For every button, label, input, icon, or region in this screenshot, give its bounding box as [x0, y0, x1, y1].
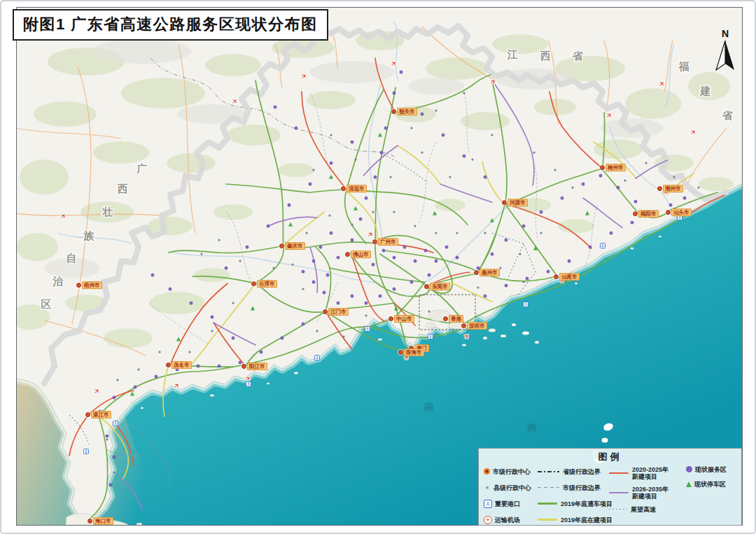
port-icon: ⚓	[484, 500, 492, 508]
service-area-icon	[109, 484, 112, 486]
legend-line-dashdot	[538, 471, 559, 472]
province-label-char: 广	[136, 162, 148, 174]
service-area-icon	[134, 386, 136, 388]
service-area-icon	[393, 256, 396, 259]
port-icon: ⚓	[113, 421, 118, 426]
service-area-icon	[599, 174, 602, 177]
service-area-icon	[463, 155, 465, 157]
legend-item: ⚓重要港口	[484, 496, 531, 512]
service-area-icon	[113, 456, 115, 458]
svg-text:⚓: ⚓	[315, 356, 318, 360]
legend-item-label: 2020-2025年新建项目	[632, 466, 673, 480]
service-area-icon	[288, 204, 290, 206]
islet	[136, 523, 142, 526]
service-area-icon	[384, 127, 387, 129]
sea-label-char: 南	[424, 401, 434, 412]
service-area-icon	[155, 375, 158, 378]
service-area-icon	[302, 323, 304, 325]
province-label-char: 壮	[102, 206, 113, 218]
service-area-icon	[351, 295, 354, 297]
service-area-icon	[99, 410, 102, 413]
service-area-icon	[359, 218, 362, 220]
city-center-icon	[484, 468, 490, 475]
legend-item: 2019年底在建项目	[538, 512, 612, 528]
province-label-char: 江	[507, 48, 518, 60]
service-area-icon	[379, 295, 382, 297]
service-area-icon	[295, 127, 298, 129]
service-area-icon	[403, 246, 406, 248]
legend-item-label: 重要港口	[495, 500, 520, 507]
service-area-icon	[302, 270, 304, 273]
legend-line-purple	[609, 492, 629, 493]
legend-item-label: 市级行政边界	[563, 484, 601, 491]
service-area-icon	[113, 396, 115, 399]
legend-item: 现状停车区	[686, 477, 727, 491]
service-area-icon	[351, 141, 354, 143]
service-area-icon	[400, 71, 402, 73]
service-area-icon	[380, 151, 383, 154]
svg-text:⚓: ⚓	[601, 244, 604, 248]
service-area-icon	[582, 183, 584, 185]
province-label-char: 省	[722, 109, 734, 121]
legend-item-label: 2019年底在建项目	[561, 517, 612, 524]
service-area-icon	[267, 225, 270, 227]
legend-line-dotted	[609, 509, 627, 510]
port-icon: ⚓	[678, 216, 682, 220]
service-area-icon	[526, 277, 528, 280]
service-area-icon	[197, 365, 200, 367]
service-area-icon	[372, 263, 374, 266]
legend-item: ✶县级行政中心	[484, 479, 531, 496]
port-icon: ⚓	[524, 302, 528, 307]
service-area-icon	[634, 200, 637, 203]
county-center-icon: ✶	[484, 484, 491, 491]
legend-item-label: 运输机场	[495, 517, 520, 524]
province-label-char: 西	[118, 183, 128, 195]
service-area-icon	[424, 249, 427, 252]
service-area-icon	[547, 270, 550, 273]
service-area-icon	[484, 295, 486, 297]
legend-item: 市级行政中心	[484, 463, 531, 479]
svg-text:⚓: ⚓	[365, 327, 369, 331]
service-area-icon	[106, 435, 108, 437]
service-area-icon	[686, 466, 692, 472]
service-area-icon	[393, 92, 396, 94]
service-area-icon	[683, 197, 686, 199]
province-label-char: 建	[699, 85, 711, 97]
service-area-icon	[374, 176, 377, 178]
airport-icon: ✈	[484, 516, 492, 524]
sea-label-char: 海	[526, 422, 537, 433]
service-area-icon	[456, 256, 458, 259]
legend-column-new-projects: 2020-2025年新建项目2026-2035年新建项目展望高速	[609, 463, 673, 516]
legend-item-label: 展望高速	[631, 506, 671, 513]
province-label-char: 区	[41, 298, 52, 310]
service-area-icon	[218, 365, 220, 367]
svg-text:⚓: ⚓	[678, 216, 681, 220]
service-area-icon	[239, 361, 241, 364]
province-label-char: 福	[678, 60, 690, 72]
service-area-icon	[351, 239, 354, 241]
service-area-icon	[211, 316, 214, 318]
service-area-icon	[631, 221, 634, 224]
port-icon: ⚓	[428, 335, 433, 339]
service-area-icon	[669, 204, 672, 206]
svg-text:⚓: ⚓	[113, 421, 117, 426]
service-area-icon	[365, 197, 368, 199]
service-area-icon	[337, 256, 340, 259]
svg-text:⚓: ⚓	[428, 335, 432, 339]
legend-column-areas: 现状服务区现状停车区	[686, 462, 727, 491]
service-area-icon	[410, 281, 413, 283]
service-area-icon	[260, 351, 262, 353]
legend-box: 图例 市级行政中心✶县级行政中心⚓重要港口✈运输机场 省级行政边界市级行政边界2…	[478, 448, 742, 526]
legend-line-yellow	[538, 519, 557, 520]
service-area-icon	[169, 288, 172, 290]
province-label-char: 族	[83, 230, 95, 241]
parking-area-icon	[686, 482, 692, 487]
province-label-char: 西	[540, 50, 551, 62]
service-area-icon	[540, 211, 542, 213]
service-area-icon	[421, 113, 424, 115]
legend-item-label: 现状服务区	[695, 466, 727, 473]
service-area-icon	[445, 246, 448, 248]
port-icon: ⚓	[315, 356, 320, 360]
legend-item: 2020-2025年新建项目	[609, 463, 673, 483]
service-area-icon	[505, 239, 507, 241]
